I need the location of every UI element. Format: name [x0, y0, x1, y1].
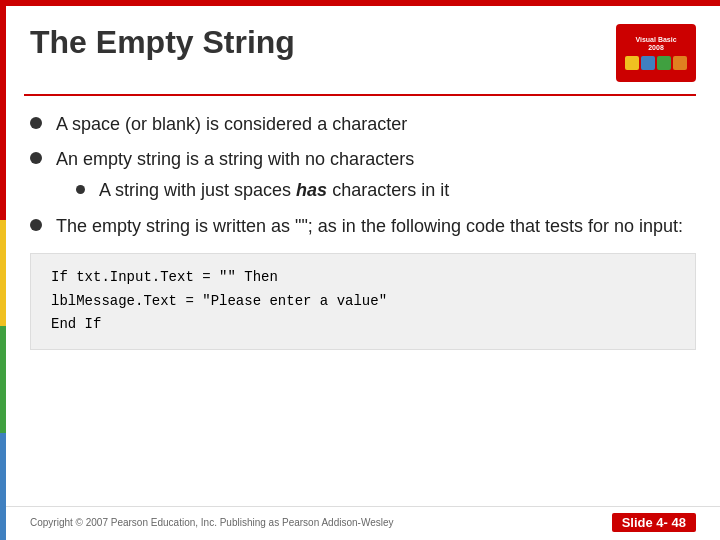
- slide-footer: Copyright © 2007 Pearson Education, Inc.…: [0, 506, 720, 540]
- slide-header: The Empty String Visual Basic 2008: [0, 6, 720, 94]
- slide: The Empty String Visual Basic 2008: [0, 0, 720, 540]
- logo-box: Visual Basic 2008: [616, 24, 696, 82]
- bullet-marker-3: [30, 219, 42, 231]
- logo-block-blue: [641, 56, 655, 70]
- slide-content: A space (or blank) is considered a chara…: [0, 96, 720, 506]
- sub-bullet-1: A string with just spaces has characters…: [56, 178, 696, 203]
- bullet-marker-2: [30, 152, 42, 164]
- logo-blocks: [625, 56, 687, 70]
- code-line-3: End If: [51, 313, 675, 337]
- bullet-text-2: An empty string is a string with no char…: [56, 149, 414, 169]
- slide-title: The Empty String: [30, 24, 295, 61]
- code-line-2: lblMessage.Text = "Please enter a value": [51, 290, 675, 314]
- bullet-list: A space (or blank) is considered a chara…: [30, 112, 696, 239]
- logo-block-yellow: [625, 56, 639, 70]
- sub-bullet-text-1: A string with just spaces has characters…: [99, 178, 696, 203]
- accent-red: [0, 6, 6, 220]
- sub-suffix: characters in it: [327, 180, 449, 200]
- bullet-item-2: An empty string is a string with no char…: [30, 147, 696, 203]
- accent-green: [0, 326, 6, 433]
- sub-bullet-marker-1: [76, 185, 85, 194]
- sub-prefix: A string with just spaces: [99, 180, 296, 200]
- logo-block-green: [657, 56, 671, 70]
- logo-area: Visual Basic 2008: [616, 24, 696, 84]
- logo-text: Visual Basic 2008: [635, 36, 676, 53]
- left-accent-bar: [0, 6, 6, 540]
- bullet-text-1: A space (or blank) is considered a chara…: [56, 112, 696, 137]
- bullet-marker-1: [30, 117, 42, 129]
- code-line-1: If txt.Input.Text = "" Then: [51, 266, 675, 290]
- code-block: If txt.Input.Text = "" Then lblMessage.T…: [30, 253, 696, 350]
- accent-yellow: [0, 220, 6, 327]
- logo-block-orange: [673, 56, 687, 70]
- bullet-text-3: The empty string is written as ""; as in…: [56, 214, 696, 239]
- bullet-item-3: The empty string is written as ""; as in…: [30, 214, 696, 239]
- sub-bold-italic: has: [296, 180, 327, 200]
- bullet-item-1: A space (or blank) is considered a chara…: [30, 112, 696, 137]
- slide-number: Slide 4- 48: [612, 513, 696, 532]
- copyright-text: Copyright © 2007 Pearson Education, Inc.…: [30, 517, 394, 528]
- accent-blue: [0, 433, 6, 540]
